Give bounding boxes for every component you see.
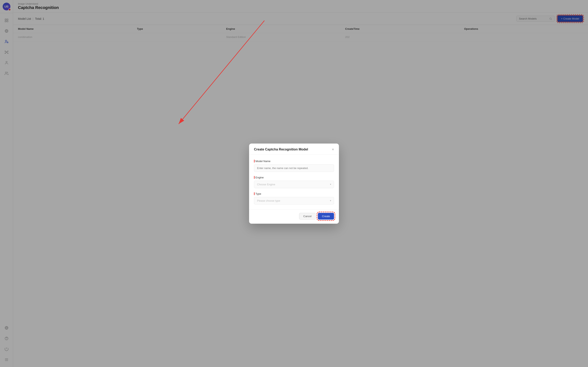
form-group-model-name: Model Name [254,160,334,172]
cancel-button[interactable]: Cancel [299,213,316,220]
modal-close-button[interactable]: × [332,148,334,151]
engine-label: Engine [254,176,334,179]
model-name-label: Model Name [254,160,334,163]
modal-header: Create Captcha Recognition Model × [249,143,339,155]
form-group-engine: Engine Choose Engine [254,176,334,188]
engine-select-wrapper: Choose Engine [254,181,334,188]
type-select[interactable]: Please choose type [254,197,334,205]
modal: Create Captcha Recognition Model × Model… [249,143,339,224]
modal-body: Model Name Engine Choose Engine Type Ple… [249,155,339,209]
modal-title: Create Captcha Recognition Model [254,148,308,151]
create-button[interactable]: Create [318,213,334,220]
modal-footer: Cancel Create [249,209,339,224]
modal-overlay: Create Captcha Recognition Model × Model… [0,0,588,367]
type-label: Type [254,192,334,195]
type-select-wrapper: Please choose type [254,197,334,205]
form-group-type: Type Please choose type [254,192,334,205]
engine-select[interactable]: Choose Engine [254,181,334,188]
model-name-input[interactable] [254,164,334,172]
